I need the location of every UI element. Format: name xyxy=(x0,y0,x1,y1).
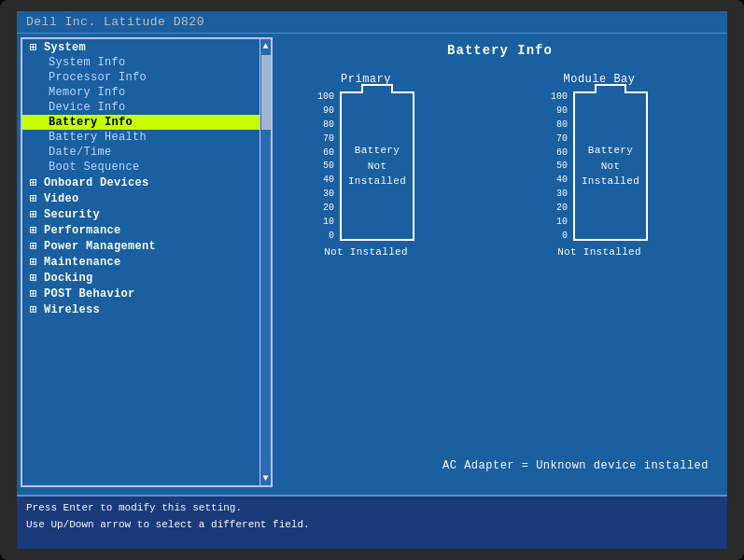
scale-value: 30 xyxy=(551,189,568,199)
sidebar-item-memory-info[interactable]: Memory Info xyxy=(22,85,271,100)
title-text: Dell Inc. Latitude D820 xyxy=(26,15,204,29)
sidebar-item-docking[interactable]: ⊞ Docking xyxy=(22,270,271,286)
screen: Dell Inc. Latitude D820 ⊞ SystemSystem I… xyxy=(17,11,727,549)
scale-value: 70 xyxy=(551,133,568,144)
module-battery-section: Module Bay 1009080706050403020100 Batter… xyxy=(525,73,674,258)
status-bar: Press Enter to modify this setting. Use … xyxy=(17,495,727,549)
scroll-up-icon[interactable]: ▲ xyxy=(262,41,268,51)
primary-battery-section: Primary 1009080706050403020100 BatteryNo… xyxy=(291,73,441,258)
primary-status: Not Installed xyxy=(324,246,408,258)
scale-value: 10 xyxy=(317,217,334,227)
menu-list: ⊞ SystemSystem InfoProcessor InfoMemory … xyxy=(22,39,271,485)
scale-value: 90 xyxy=(551,105,568,116)
content-area: Battery Info Primary 1009080706050403020… xyxy=(273,34,727,491)
content-title: Battery Info xyxy=(291,43,709,58)
sidebar-item-wireless[interactable]: ⊞ Wireless xyxy=(22,301,271,317)
module-chart: 1009080706050403020100 BatteryNotInstall… xyxy=(551,91,648,241)
scale-value: 80 xyxy=(317,119,334,130)
scale-value: 60 xyxy=(551,147,568,158)
sidebar-item-date-time[interactable]: Date/Time xyxy=(22,145,271,160)
sidebar-item-system[interactable]: ⊞ System xyxy=(22,39,271,55)
scroll-down-icon[interactable]: ▼ xyxy=(262,473,268,483)
scale-value: 100 xyxy=(317,91,334,102)
scroll-thumb[interactable] xyxy=(261,55,271,130)
scale-value: 20 xyxy=(317,203,334,213)
title-bar: Dell Inc. Latitude D820 xyxy=(17,11,727,34)
batteries-row: Primary 1009080706050403020100 BatteryNo… xyxy=(291,73,709,258)
scale-value: 20 xyxy=(551,203,568,213)
scale-value: 30 xyxy=(317,189,334,199)
sidebar-item-boot-sequence[interactable]: Boot Sequence xyxy=(22,160,271,175)
scale-value: 50 xyxy=(317,161,334,171)
sidebar-item-device-info[interactable]: Device Info xyxy=(22,100,271,115)
bezel: Dell Inc. Latitude D820 ⊞ SystemSystem I… xyxy=(0,0,744,560)
sidebar: ⊞ SystemSystem InfoProcessor InfoMemory … xyxy=(21,37,273,487)
sidebar-item-battery-info[interactable]: Battery Info xyxy=(22,115,271,130)
primary-chart: 1009080706050403020100 BatteryNotInstall… xyxy=(317,91,414,241)
sidebar-item-power-management[interactable]: ⊞ Power Management xyxy=(22,238,271,254)
sidebar-item-post-behavior[interactable]: ⊞ POST Behavior xyxy=(22,286,271,301)
sidebar-item-maintenance[interactable]: ⊞ Maintenance xyxy=(22,254,271,270)
status-line2: Use Up/Down arrow to select a different … xyxy=(26,517,718,534)
scale-value: 40 xyxy=(551,175,568,185)
primary-battery-text: BatteryNotInstalled xyxy=(348,143,406,189)
module-bar: BatteryNotInstalled xyxy=(573,91,648,241)
sidebar-item-system-info[interactable]: System Info xyxy=(22,55,271,70)
sidebar-item-video[interactable]: ⊞ Video xyxy=(22,190,271,206)
primary-bar: BatteryNotInstalled xyxy=(340,91,414,241)
scrollbar[interactable]: ▲ ▼ xyxy=(260,39,271,485)
status-line1: Press Enter to modify this setting. xyxy=(26,500,718,517)
scale-value: 100 xyxy=(551,91,568,102)
ac-adapter-info: AC Adapter = Unknown device installed xyxy=(442,459,709,472)
primary-scale: 1009080706050403020100 xyxy=(317,91,336,241)
sidebar-item-onboard-devices[interactable]: ⊞ Onboard Devices xyxy=(22,175,271,190)
scale-value: 50 xyxy=(551,161,568,171)
scale-value: 10 xyxy=(551,217,568,227)
scale-value: 40 xyxy=(317,175,334,185)
module-battery-text: BatteryNotInstalled xyxy=(582,143,639,189)
module-scale: 1009080706050403020100 xyxy=(551,91,569,241)
module-status: Not Installed xyxy=(557,246,641,258)
sidebar-item-battery-health[interactable]: Battery Health xyxy=(22,130,271,145)
sidebar-item-processor-info[interactable]: Processor Info xyxy=(22,70,271,85)
scale-value: 60 xyxy=(317,147,334,158)
sidebar-item-security[interactable]: ⊞ Security xyxy=(22,206,271,222)
scale-value: 80 xyxy=(551,119,568,130)
scale-value: 0 xyxy=(317,231,334,241)
scale-value: 90 xyxy=(317,105,334,116)
main-content: ⊞ SystemSystem InfoProcessor InfoMemory … xyxy=(17,34,727,491)
scale-value: 70 xyxy=(317,133,334,144)
scale-value: 0 xyxy=(551,231,568,241)
sidebar-item-performance[interactable]: ⊞ Performance xyxy=(22,222,271,238)
